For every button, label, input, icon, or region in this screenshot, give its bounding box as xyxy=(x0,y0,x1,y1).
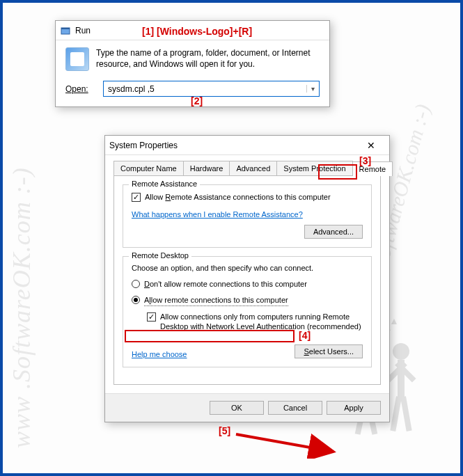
close-icon[interactable]: ✕ xyxy=(357,140,385,151)
checkbox-allow-remote-assistance[interactable] xyxy=(132,193,141,202)
tab-remote-content: Remote Assistance Allow Remote Assistanc… xyxy=(113,176,381,385)
checkbox-nla-label: Allow connections only from computers ru… xyxy=(160,312,363,333)
allow-remote-assistance-label: Allow Remote Assistance connections to t… xyxy=(145,192,331,203)
system-properties-dialog: System Properties ✕ Computer Name Hardwa… xyxy=(104,135,390,422)
tab-advanced[interactable]: Advanced xyxy=(229,161,277,175)
button-ok[interactable]: OK xyxy=(210,401,264,415)
radio-dont-allow-label: Don't allow remote connections to this c… xyxy=(144,279,307,289)
remote-desktop-choose-text: Choose an option, and then specify who c… xyxy=(132,264,363,272)
watermark-side: www .SoftwareOK.com :-) xyxy=(7,167,36,448)
run-open-combobox[interactable]: ▾ xyxy=(103,81,320,97)
svg-rect-9 xyxy=(390,396,402,431)
svg-rect-7 xyxy=(395,361,416,382)
run-program-icon xyxy=(65,47,89,71)
sysprop-tabs: Computer Name Hardware Advanced System P… xyxy=(113,161,381,176)
svg-line-13 xyxy=(236,434,333,452)
link-what-happens-remote-assistance[interactable]: What happens when I enable Remote Assist… xyxy=(132,210,303,219)
group-remote-desktop-title: Remote Desktop xyxy=(129,251,191,260)
run-dialog: Run Type the name of a program, folder, … xyxy=(55,20,330,107)
button-apply[interactable]: Apply xyxy=(327,401,381,415)
tab-remote[interactable]: Remote xyxy=(352,161,393,176)
radio-dont-allow-row[interactable]: Don't allow remote connections to this c… xyxy=(132,279,363,289)
svg-rect-12 xyxy=(61,28,70,29)
annotation-5: [5] xyxy=(219,425,230,436)
run-titlebar[interactable]: Run xyxy=(56,21,329,40)
svg-point-5 xyxy=(393,343,409,360)
group-remote-assistance: Remote Assistance Allow Remote Assistanc… xyxy=(123,184,372,248)
chevron-down-icon[interactable]: ▾ xyxy=(306,85,319,93)
run-description: Type the name of a program, folder, docu… xyxy=(96,47,320,70)
run-open-input[interactable] xyxy=(104,83,306,95)
checkbox-nla-row[interactable]: Allow connections only from computers ru… xyxy=(147,312,363,333)
run-open-label: Open: xyxy=(65,84,97,94)
run-title-icon xyxy=(60,25,71,36)
svg-rect-6 xyxy=(398,360,405,398)
run-title: Run xyxy=(75,26,325,35)
group-remote-assistance-title: Remote Assistance xyxy=(129,180,200,188)
button-remote-assistance-advanced[interactable]: Advanced... xyxy=(304,225,363,239)
checkbox-nla[interactable] xyxy=(147,312,156,322)
group-remote-desktop: Remote Desktop Choose an option, and the… xyxy=(123,256,372,367)
sysprop-dialog-buttons: OK Cancel Apply xyxy=(105,393,389,422)
allow-remote-assistance-row[interactable]: Allow Remote Assistance connections to t… xyxy=(132,192,363,203)
svg-rect-10 xyxy=(400,396,412,431)
tab-hardware[interactable]: Hardware xyxy=(183,161,230,175)
sysprop-title: System Properties xyxy=(109,141,357,150)
link-help-me-choose[interactable]: Help me choose xyxy=(132,350,187,358)
radio-allow-label: Allow remote connections to this compute… xyxy=(144,295,288,306)
button-cancel[interactable]: Cancel xyxy=(268,401,322,415)
arrow-to-apply xyxy=(233,427,347,459)
tab-computer-name[interactable]: Computer Name xyxy=(113,161,184,175)
radio-allow-row[interactable]: Allow remote connections to this compute… xyxy=(132,295,363,306)
tab-system-protection[interactable]: System Protection xyxy=(276,161,352,175)
radio-allow-remote[interactable] xyxy=(132,296,140,304)
button-select-users[interactable]: Select Users... xyxy=(295,344,363,358)
sysprop-titlebar[interactable]: System Properties ✕ xyxy=(105,136,389,155)
radio-dont-allow-remote[interactable] xyxy=(132,280,140,288)
